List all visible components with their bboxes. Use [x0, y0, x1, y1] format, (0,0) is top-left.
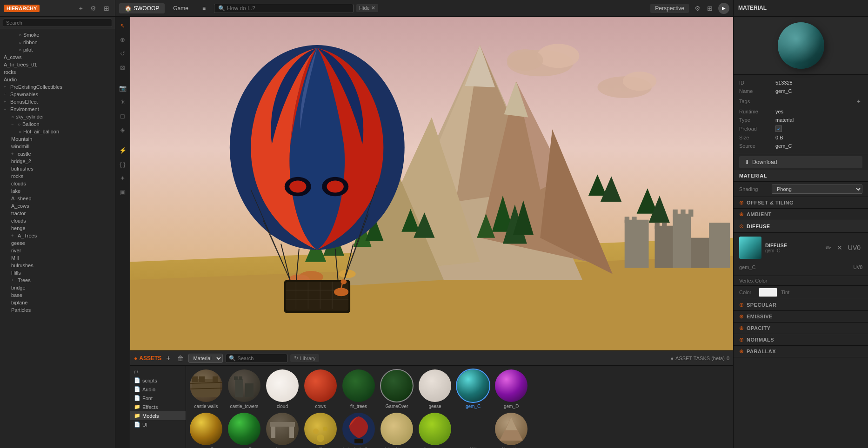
asset-henge[interactable]: henge [266, 413, 299, 448]
asset-mountain[interactable]: Mountian [495, 413, 527, 448]
tool-script[interactable]: { } [117, 158, 129, 170]
color-picker[interactable] [759, 288, 777, 297]
diffuse-section-header[interactable]: ⊙ DIFFUSE [734, 220, 868, 233]
library-button[interactable]: ↻ Library [290, 354, 320, 362]
asset-castle-walls[interactable]: castle walls [190, 369, 222, 409]
list-item[interactable]: clouds [0, 217, 115, 224]
list-item[interactable]: base [0, 291, 115, 299]
list-item[interactable]: rocks [0, 172, 115, 180]
list-item[interactable]: river [0, 247, 115, 254]
normals-section[interactable]: ⊕ NORMALS [734, 334, 868, 346]
tool-light[interactable]: ☀ [117, 96, 129, 108]
assets-add-button[interactable]: + [164, 353, 172, 363]
assets-search[interactable]: 🔍 [226, 354, 287, 363]
material-section-header[interactable]: MATERIAL [734, 170, 868, 182]
list-item[interactable]: ○ Hot_air_balloon [0, 128, 115, 135]
layout-icon[interactable]: ⊞ [102, 4, 111, 13]
tab-menu[interactable]: ≡ [197, 3, 211, 13]
tool-scale[interactable]: ⊠ [117, 61, 129, 73]
tool-physics[interactable]: ⚡ [117, 144, 129, 156]
perspective-button[interactable]: Perspective [650, 4, 689, 13]
folder-audio[interactable]: 📄 Audio [130, 385, 186, 394]
list-item[interactable]: − ○ Balloon [0, 120, 115, 128]
asset-gem-f[interactable]: gem_F [228, 413, 260, 448]
tool-select[interactable]: ↖ [117, 20, 129, 32]
list-item[interactable]: + Spawnables [0, 91, 115, 98]
asset-hot-air-balloon[interactable]: hot_air_balloon [342, 413, 375, 448]
tool-entity[interactable]: ◈ [117, 124, 129, 136]
asset-gem-e[interactable]: gem_E [190, 413, 222, 448]
folder-font[interactable]: 📄 Font [130, 394, 186, 402]
asset-gem-d[interactable]: gem_D [495, 369, 527, 409]
asset-gem-c[interactable]: gem_C [457, 369, 489, 409]
list-item[interactable]: bulrushes [0, 165, 115, 172]
viewport-grid-icon[interactable]: ⊞ [705, 4, 714, 13]
diffuse-edit-button[interactable]: ✏ [824, 243, 833, 252]
tool-transform[interactable]: ⊕ [117, 33, 129, 46]
list-item[interactable]: windmill [0, 143, 115, 150]
assets-delete-button[interactable]: 🗑 [175, 354, 186, 363]
download-button[interactable]: ⬇ Download [739, 156, 862, 168]
viewport-search-input[interactable] [227, 5, 349, 12]
add-tag-button[interactable]: + [855, 97, 862, 106]
list-item[interactable]: biplane [0, 299, 115, 306]
play-button[interactable]: ▶ [718, 3, 729, 14]
hierarchy-search[interactable] [3, 19, 112, 27]
folder-ui[interactable]: 📄 UI [130, 420, 186, 429]
list-item[interactable]: + Trees [0, 277, 115, 284]
tab-swooop[interactable]: 🏠 SWOOOP [119, 3, 165, 13]
preload-checkbox[interactable]: ✓ [775, 125, 782, 132]
asset-cows[interactable]: cows [304, 369, 337, 409]
list-item[interactable]: Audio [0, 76, 115, 83]
list-item[interactable]: + PreExistingCollectibles [0, 83, 115, 91]
list-item[interactable]: Particles [0, 306, 115, 314]
asset-gameover[interactable]: GameOver [381, 369, 413, 409]
list-item[interactable]: + BonusEffect [0, 98, 115, 105]
list-item[interactable]: + castle [0, 150, 115, 158]
asset-geese[interactable]: geese [419, 369, 451, 409]
settings-icon[interactable]: ⚙ [88, 4, 98, 13]
list-item[interactable]: − Environment [0, 105, 115, 113]
diffuse-remove-button[interactable]: ✕ [835, 243, 844, 252]
asset-island-base[interactable]: island base [381, 413, 413, 448]
opacity-section[interactable]: ⊕ OPACITY [734, 323, 868, 334]
parallax-section[interactable]: ⊕ PARALLAX [734, 346, 868, 357]
list-item[interactable]: A_cows [0, 53, 115, 61]
list-item[interactable]: Mountain [0, 135, 115, 143]
shading-select[interactable]: Phong [772, 184, 862, 194]
list-item[interactable]: ○ Smoke [0, 31, 115, 39]
list-item[interactable]: ○ pilot [0, 46, 115, 53]
asset-fir-trees[interactable]: fir_trees [342, 369, 375, 409]
tool-particles2[interactable]: ✦ [117, 172, 129, 184]
asset-lime-trees[interactable]: lime_trees [419, 413, 451, 448]
ambient-section[interactable]: ⊕ AMBIENT [734, 209, 868, 220]
tool-camera[interactable]: 📷 [117, 82, 129, 94]
list-item[interactable]: bridge [0, 284, 115, 291]
list-item[interactable]: ○ ribbon [0, 39, 115, 46]
folder-models[interactable]: 📁 Models [130, 411, 186, 420]
folder-scripts[interactable]: 📄 scripts [130, 376, 186, 385]
tool-object[interactable]: ◻ [117, 110, 129, 122]
list-item[interactable]: tractor [0, 210, 115, 217]
asset-cloud[interactable]: cloud [266, 369, 299, 409]
asset-hills[interactable]: hills [304, 413, 337, 448]
list-item[interactable]: Mill [0, 254, 115, 262]
list-item[interactable]: lake [0, 187, 115, 195]
list-item[interactable]: A_sheep [0, 195, 115, 202]
asset-castle-towers[interactable]: castle_towers [228, 369, 260, 409]
emissive-section[interactable]: ⊕ EMISSIVE [734, 311, 868, 323]
add-icon[interactable]: + [77, 4, 85, 13]
list-item[interactable]: bulrushes [0, 262, 115, 269]
specular-section[interactable]: ⊕ SPECULAR [734, 299, 868, 311]
list-item[interactable]: A_cows [0, 202, 115, 210]
assets-search-input[interactable] [238, 356, 284, 361]
asset-mill[interactable]: Mill [457, 413, 489, 448]
viewport-canvas[interactable] [130, 17, 733, 350]
viewport-settings-icon[interactable]: ⚙ [693, 4, 702, 13]
tab-game[interactable]: Game [167, 3, 194, 13]
list-item[interactable]: ○ sky_cylinder [0, 113, 115, 120]
list-item[interactable]: clouds [0, 180, 115, 187]
list-item[interactable]: rocks [0, 68, 115, 76]
assets-type-select[interactable]: Material [188, 354, 223, 363]
list-item[interactable]: A_fir_trees_01 [0, 61, 115, 68]
